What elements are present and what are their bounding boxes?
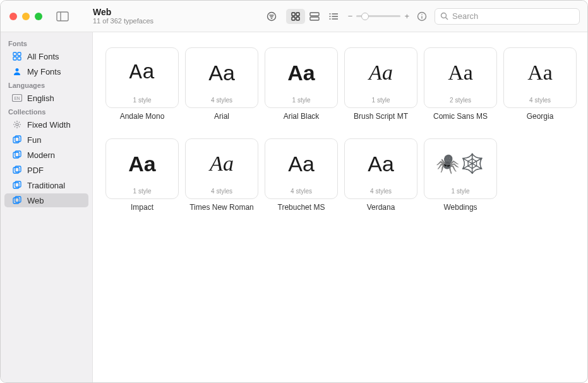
gear-icon	[12, 119, 22, 130]
font-tile[interactable]: Aa1 styleAndale Mono	[105, 47, 179, 121]
info-button[interactable]	[414, 11, 429, 21]
font-tile[interactable]: 🕷️🕸️1 styleWebdings	[424, 138, 497, 212]
collection-icon	[12, 195, 22, 205]
font-style-count: 4 styles	[529, 97, 551, 104]
svg-rect-0	[57, 12, 68, 21]
font-card[interactable]: Aa4 styles	[503, 47, 577, 108]
zoom-out-button[interactable]: −	[348, 11, 353, 21]
sidebar-item-traditional[interactable]: Traditional	[4, 178, 88, 192]
view-samples-button[interactable]	[305, 9, 324, 24]
font-sample: Aa	[527, 48, 553, 97]
font-name-label: Trebuchet MS	[278, 203, 325, 212]
font-sample: Aa	[210, 139, 234, 188]
font-card[interactable]: Aa2 styles	[424, 47, 497, 108]
sidebar-item-label: PDF	[27, 166, 44, 175]
view-grid-button[interactable]	[286, 9, 305, 24]
font-style-count: 1 style	[133, 97, 152, 104]
font-name-label: Brush Script MT	[354, 112, 408, 121]
font-tile[interactable]: Aa2 stylesComic Sans MS	[424, 47, 497, 121]
font-sample: Aa	[368, 139, 394, 188]
sidebar: Fonts All Fonts My Fonts Languages EN	[1, 32, 93, 382]
collection-icon	[12, 180, 22, 190]
minimize-window-button[interactable]	[22, 13, 30, 20]
font-sample: Aa	[287, 48, 315, 97]
search-icon	[440, 12, 448, 20]
sidebar-section-languages: Languages	[1, 79, 92, 90]
font-sample: Aa	[288, 139, 315, 188]
font-style-count: 4 styles	[291, 188, 312, 195]
font-sample: Aa	[128, 139, 155, 188]
font-name-label: Comic Sans MS	[433, 112, 488, 121]
svg-rect-7	[296, 13, 299, 16]
font-style-count: 4 styles	[211, 97, 232, 104]
font-sample: Aa	[129, 48, 155, 97]
font-tile[interactable]: Aa4 stylesArial	[185, 47, 258, 121]
font-name-label: Arial Black	[284, 112, 320, 121]
font-card[interactable]: Aa1 style	[105, 47, 179, 108]
font-tile[interactable]: Aa4 stylesGeorgia	[503, 47, 577, 121]
font-card[interactable]: Aa4 styles	[185, 47, 258, 108]
svg-point-16	[329, 18, 330, 20]
font-card[interactable]: Aa4 styles	[344, 138, 417, 199]
svg-rect-23	[13, 52, 16, 56]
filter-button[interactable]	[262, 9, 281, 24]
sidebar-item-fun[interactable]: Fun	[4, 133, 88, 147]
font-tile[interactable]: Aa4 stylesTimes New Roman	[185, 138, 258, 212]
search-field[interactable]	[435, 8, 580, 25]
svg-rect-10	[310, 13, 319, 16]
zoom-window-button[interactable]	[35, 13, 42, 20]
svg-point-19	[421, 14, 423, 15]
view-mode-segmented	[286, 9, 343, 24]
sidebar-item-label: Web	[27, 196, 44, 205]
sidebar-item-label: Modern	[27, 150, 55, 160]
sidebar-item-english[interactable]: EN English	[4, 91, 88, 105]
font-tile[interactable]: Aa1 styleArial Black	[265, 47, 338, 121]
font-sample: 🕷️🕸️	[436, 139, 485, 188]
font-card[interactable]: Aa4 styles	[185, 138, 258, 199]
page-subtitle: 11 of 362 typefaces	[93, 17, 153, 25]
sidebar-item-fixed-width[interactable]: Fixed Width	[4, 118, 88, 131]
zoom-in-button[interactable]: +	[404, 11, 409, 21]
font-card[interactable]: Aa4 styles	[265, 138, 338, 199]
font-name-label: Impact	[131, 203, 153, 212]
zoom-slider[interactable]	[356, 15, 400, 17]
zoom-control: − +	[348, 11, 409, 21]
font-style-count: 1 style	[292, 97, 311, 104]
close-window-button[interactable]	[9, 13, 17, 20]
search-input[interactable]	[452, 11, 574, 21]
sidebar-item-modern[interactable]: Modern	[4, 148, 88, 162]
sidebar-item-my-fonts[interactable]: My Fonts	[4, 64, 88, 78]
font-style-count: 1 style	[133, 188, 152, 195]
page-title: Web	[93, 7, 153, 18]
font-style-count: 2 styles	[450, 97, 471, 104]
font-tile[interactable]: Aa1 styleBrush Script MT	[344, 47, 417, 121]
svg-point-12	[329, 13, 330, 15]
font-card[interactable]: Aa1 style	[265, 47, 338, 108]
font-sample: Aa	[448, 48, 473, 97]
font-name-label: Verdana	[367, 203, 395, 212]
sidebar-item-pdf[interactable]: PDF	[4, 163, 88, 177]
sidebar-item-label: Traditional	[27, 181, 65, 190]
sidebar-section-collections: Collections	[1, 106, 92, 117]
font-tile[interactable]: Aa4 stylesVerdana	[344, 138, 417, 212]
sidebar-section-fonts: Fonts	[1, 37, 92, 49]
font-card[interactable]: Aa1 style	[105, 138, 179, 199]
zoom-thumb[interactable]	[361, 13, 369, 20]
font-tile[interactable]: Aa4 stylesTrebuchet MS	[265, 138, 338, 212]
font-card[interactable]: 🕷️🕸️1 style	[424, 138, 497, 199]
svg-point-30	[16, 123, 18, 126]
font-card[interactable]: Aa1 style	[344, 47, 417, 108]
collection-icon	[12, 150, 22, 160]
svg-point-14	[329, 16, 330, 17]
sidebar-item-web[interactable]: Web	[4, 193, 88, 207]
view-list-button[interactable]	[324, 9, 343, 24]
sidebar-item-label: My Fonts	[27, 67, 61, 76]
sidebar-item-all-fonts[interactable]: All Fonts	[4, 49, 88, 63]
font-name-label: Andale Mono	[120, 112, 165, 121]
font-style-count: 1 style	[372, 97, 390, 104]
font-grid-icon	[12, 51, 22, 61]
font-tile[interactable]: Aa1 styleImpact	[105, 138, 179, 212]
toggle-sidebar-button[interactable]	[56, 11, 69, 21]
font-style-count: 4 styles	[370, 188, 392, 195]
svg-text:EN: EN	[14, 96, 20, 100]
